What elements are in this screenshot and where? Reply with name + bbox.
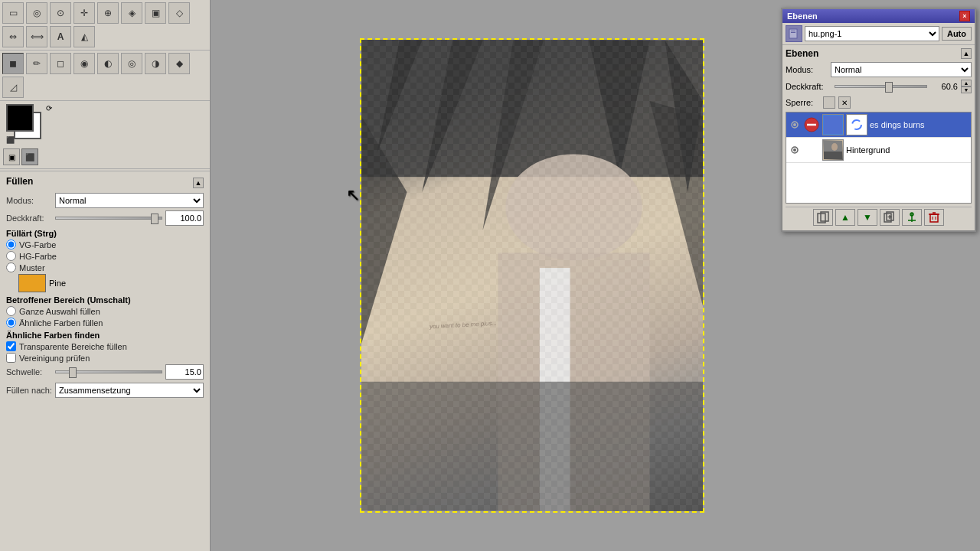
layers-deckkraft-slider[interactable] <box>835 85 927 88</box>
svg-rect-20 <box>824 116 842 134</box>
deckkraft-up[interactable]: ▲ <box>961 80 972 86</box>
fill-deckkraft-slider[interactable] <box>55 217 162 220</box>
tool-colorpick[interactable]: ◆ <box>168 53 190 74</box>
fill-panel-expand[interactable]: ▲ <box>193 178 204 188</box>
view-grid[interactable]: ⬛ <box>21 148 38 165</box>
layers-auto-button[interactable]: Auto <box>942 27 972 41</box>
layer-row-2[interactable]: Hintergrund <box>786 138 971 163</box>
tool-measure[interactable]: ◿ <box>2 77 24 98</box>
layers-sperre-row: Sperre: ✕ <box>786 96 972 109</box>
transparente-checkbox[interactable] <box>6 341 16 351</box>
tool-pencil[interactable]: ✏ <box>26 53 47 74</box>
fill-panel: Füllen ▲ Modus: Normal Deckkraft: Füllär… <box>0 171 210 404</box>
tool-zoom[interactable]: ⊙ <box>50 2 71 24</box>
schwelle-label: Schwelle: <box>6 367 52 377</box>
hg-farbe-label: HG-Farbe <box>19 252 57 261</box>
view-buttons: ▣ ⬛ <box>0 147 210 167</box>
tool-dodge[interactable]: ◐ <box>97 53 119 74</box>
layers-doc-select[interactable]: hu.png-1 <box>805 26 939 41</box>
transparente-row: Transparente Bereiche füllen <box>6 341 204 351</box>
tool-eraser[interactable]: ◻ <box>50 53 71 74</box>
fill-modus-select[interactable]: Normal <box>55 193 204 208</box>
tool-crop[interactable]: ▣ <box>145 2 166 24</box>
fuellen-nach-label: Füllen nach: <box>6 386 52 395</box>
color-reset-icon[interactable]: ⬛ <box>6 136 15 144</box>
layers-modus-select[interactable]: Normal <box>831 62 972 77</box>
layers-deckkraft-label: Deckkraft: <box>786 82 831 91</box>
transparente-label: Transparente Bereiche füllen <box>19 342 127 351</box>
ganze-auswahl-radio[interactable] <box>6 306 16 316</box>
tool-rect-select[interactable]: ▭ <box>2 2 24 24</box>
tool-bucket-fill2[interactable]: ◭ <box>74 26 95 47</box>
tool-paint-bucket[interactable]: ◼ <box>2 53 24 74</box>
schwelle-row: Schwelle: <box>6 364 204 380</box>
layers-doc-icon <box>786 25 802 42</box>
tool-text[interactable]: A <box>50 26 71 47</box>
layers-deckkraft-row: Deckkraft: 60.6 ▲ ▼ <box>786 80 972 93</box>
new-layer-button[interactable] <box>813 209 833 226</box>
deckkraft-down[interactable]: ▼ <box>961 86 972 93</box>
layer-row-1[interactable]: es dings burns <box>786 112 971 138</box>
tool-perspective[interactable]: ⇔ <box>2 26 24 47</box>
svg-rect-21 <box>848 116 866 134</box>
layer-duplicate-button[interactable] <box>880 209 900 226</box>
layer-2-thumb <box>822 139 844 161</box>
layer-anchor-button[interactable] <box>902 209 922 226</box>
tool-clone[interactable]: ◎ <box>121 53 142 74</box>
vereinigung-checkbox[interactable] <box>6 353 16 363</box>
canvas-area[interactable]: you want to be me plus... ↖ <box>211 0 854 551</box>
muster-label: Muster <box>19 263 45 272</box>
layer-list: es dings burns H <box>786 112 972 204</box>
svg-rect-15 <box>791 32 795 33</box>
fill-deckkraft-label: Deckkraft: <box>6 214 52 223</box>
tool-align[interactable]: ⊕ <box>97 2 119 24</box>
view-single[interactable]: ▣ <box>3 148 20 165</box>
color-swap-icon[interactable]: ⟳ <box>46 104 52 112</box>
vg-farbe-radio[interactable] <box>6 240 16 249</box>
hg-farbe-row: HG-Farbe <box>6 251 204 261</box>
tool-heal[interactable]: ◇ <box>168 2 190 24</box>
layer-2-visibility[interactable] <box>789 144 801 156</box>
sperre-checkbox-2[interactable]: ✕ <box>838 96 851 109</box>
tool-eyedropper[interactable]: ◈ <box>121 2 142 24</box>
layer-1-noentry <box>803 116 820 133</box>
muster-radio[interactable] <box>6 262 16 272</box>
fill-panel-title: Füllen <box>6 176 33 187</box>
canvas-container[interactable]: you want to be me plus... ↖ <box>360 38 704 513</box>
fuellart-label: Füllärt (Strg) <box>6 229 204 238</box>
layer-up-button[interactable]: ▲ <box>835 209 855 226</box>
fill-deckkraft-value[interactable] <box>165 210 204 226</box>
fg-color-swatch[interactable] <box>6 104 34 132</box>
hg-farbe-radio[interactable] <box>6 251 16 261</box>
fill-deckkraft-row: Deckkraft: <box>6 210 204 226</box>
tool-flip[interactable]: ⟺ <box>26 26 47 47</box>
aehnliche-radio[interactable] <box>6 318 16 328</box>
layer-1-visibility[interactable] <box>789 119 801 131</box>
left-toolbar: ▭ ◎ ⊙ ✛ ⊕ ◈ ▣ ◇ ⇔ ⟺ A ◭ ◼ ✏ ◻ ◉ ◐ ◎ ◑ ◆ … <box>0 0 211 551</box>
tool-move[interactable]: ✛ <box>74 2 95 24</box>
aehnliche-finden-label: Ähnliche Farben finden <box>6 331 204 340</box>
betroffener-group: Ganze Auswahl füllen Ähnliche Farben fül… <box>6 306 204 328</box>
layer-down-button[interactable]: ▼ <box>858 209 877 226</box>
tool-lasso[interactable]: ◎ <box>26 2 47 24</box>
layers-body: Ebenen ▲ Modus: Normal Deckkraft: 60.6 ▲… <box>782 45 975 230</box>
sperre-checkbox-1[interactable] <box>823 96 835 109</box>
betroffener-label: Betroffener Bereich (Umschalt) <box>6 295 204 305</box>
pattern-preview[interactable] <box>18 274 46 292</box>
fuellen-nach-row: Füllen nach: Zusammensetzung <box>6 383 204 398</box>
tool-airbrush[interactable]: ◉ <box>74 53 95 74</box>
fuellen-nach-select[interactable]: Zusammensetzung <box>55 383 204 398</box>
schwelle-slider[interactable] <box>55 370 162 373</box>
layers-modus-label: Modus: <box>786 65 828 74</box>
layers-panel: Ebenen × hu.png-1 Auto Ebenen ▲ Modus: N… <box>781 8 976 232</box>
tool-smudge[interactable]: ◑ <box>145 53 166 74</box>
layer-delete-button[interactable] <box>924 209 944 226</box>
layer-1-thumb <box>822 114 844 135</box>
schwelle-value[interactable] <box>165 364 204 380</box>
layers-close-button[interactable]: × <box>959 11 970 21</box>
layers-deckkraft-spinbox[interactable]: ▲ ▼ <box>961 80 972 93</box>
fill-modus-label: Modus: <box>6 196 52 205</box>
layers-expand[interactable]: ▲ <box>961 48 972 59</box>
svg-point-6 <box>505 154 642 260</box>
layers-ebenen-label: Ebenen <box>786 48 818 59</box>
